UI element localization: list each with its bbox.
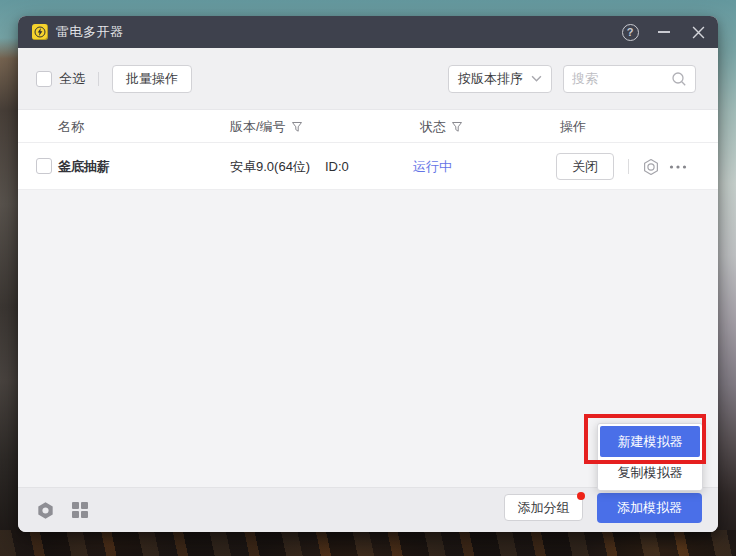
column-header-version: 版本/编号	[230, 110, 303, 143]
close-icon	[692, 26, 705, 39]
column-header-name: 名称	[58, 110, 84, 143]
search-box[interactable]	[563, 65, 696, 93]
select-all-label: 全选	[59, 70, 85, 88]
app-logo-icon	[32, 24, 48, 40]
menu-item-new-emulator[interactable]: 新建模拟器	[600, 426, 700, 457]
menu-item-copy-emulator[interactable]: 复制模拟器	[600, 457, 700, 488]
add-group-button[interactable]: 添加分组	[504, 494, 583, 521]
table-header: 名称 版本/编号 状态 操作	[18, 110, 718, 143]
toolbar: 全选 批量操作 按版本排序	[18, 48, 718, 110]
close-button[interactable]	[684, 16, 712, 48]
close-emulator-button[interactable]: 关闭	[556, 153, 614, 180]
window-title: 雷电多开器	[56, 23, 124, 41]
add-emulator-popup-menu: 新建模拟器 复制模拟器	[597, 423, 703, 491]
emulator-version: 安卓9.0(64位)	[230, 143, 310, 190]
wallpaper-left-rocks	[0, 38, 20, 556]
search-icon	[671, 71, 687, 87]
status-badge: 运行中	[413, 143, 452, 190]
column-header-action: 操作	[560, 110, 586, 143]
grid-view-button[interactable]	[71, 501, 90, 520]
column-header-status: 状态	[420, 110, 463, 143]
column-header-label: 操作	[560, 118, 586, 136]
help-button[interactable]: ?	[616, 16, 644, 48]
wallpaper-bottom-rocks	[0, 530, 736, 556]
help-icon: ?	[622, 24, 639, 41]
table-row[interactable]: 釜底抽薪 安卓9.0(64位) ID:0 运行中 关闭	[18, 143, 718, 190]
row-more-button[interactable]	[669, 158, 687, 176]
emulator-name: 釜底抽薪	[58, 143, 110, 190]
grid-icon	[71, 501, 89, 519]
select-all-checkbox[interactable]	[36, 71, 52, 87]
add-emulator-button[interactable]: 添加模拟器	[597, 493, 702, 523]
batch-operation-button[interactable]: 批量操作	[112, 65, 192, 93]
sort-dropdown[interactable]: 按版本排序	[448, 65, 552, 93]
more-icon	[669, 164, 687, 170]
emulator-id: ID:0	[325, 143, 349, 190]
minimize-icon	[658, 31, 670, 33]
column-header-label: 状态	[420, 118, 446, 136]
row-settings-button[interactable]	[642, 158, 660, 176]
gear-filled-icon	[36, 501, 55, 520]
filter-icon[interactable]	[291, 121, 303, 133]
titlebar-controls: ?	[610, 16, 718, 48]
filter-icon[interactable]	[451, 121, 463, 133]
column-header-label: 名称	[58, 118, 84, 136]
global-settings-button[interactable]	[36, 501, 55, 520]
row-checkbox[interactable]	[36, 158, 52, 174]
notification-dot	[577, 492, 585, 500]
row-divider	[628, 159, 629, 174]
titlebar: 雷电多开器 ?	[18, 16, 718, 48]
add-group-label: 添加分组	[518, 500, 570, 515]
toolbar-divider	[98, 72, 99, 86]
footer-bar: 添加分组 添加模拟器	[18, 487, 718, 532]
sort-dropdown-value: 按版本排序	[458, 70, 523, 88]
gear-icon	[642, 158, 660, 176]
column-header-label: 版本/编号	[230, 118, 286, 136]
search-input[interactable]	[572, 71, 671, 86]
minimize-button[interactable]	[650, 16, 678, 48]
chevron-down-icon	[531, 75, 542, 82]
